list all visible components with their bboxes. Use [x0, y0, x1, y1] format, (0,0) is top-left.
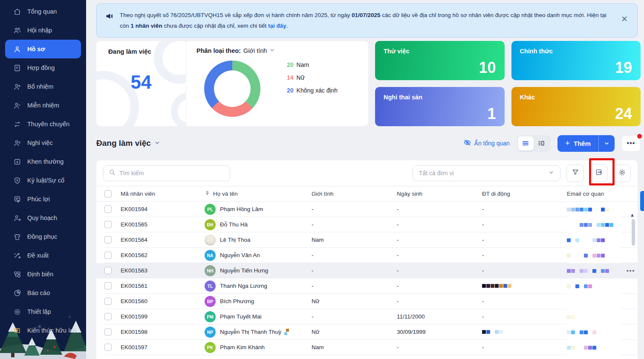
column-header-phone[interactable]: ĐT di động [482, 191, 567, 197]
table-row[interactable]: EK001594 PLPhạm Hồng Lâm - - - [96, 202, 638, 217]
row-actions[interactable] [621, 202, 638, 217]
add-button[interactable]: + Thêm [557, 135, 598, 152]
table-row[interactable]: EK001560 BPBích Phương Nữ - - [96, 294, 638, 309]
hide-overview-link[interactable]: Ẩn tổng quan [463, 139, 510, 148]
scroll-up-arrow[interactable]: ▲ [630, 212, 635, 217]
table-row[interactable]: EK001562 NANguyễn Văn An - - - [96, 248, 638, 263]
sidebar-item-bo-nhiem[interactable]: Bổ nhiệm [0, 77, 86, 96]
hide-overview-label: Ẩn tổng quan [474, 140, 510, 147]
table-row[interactable]: EK001597 PKPhạm Kim Khánh Nam - - [96, 340, 638, 355]
sidebar-item-phuc-loi[interactable]: Phúc lợi [0, 190, 86, 208]
add-dropdown-button[interactable] [598, 135, 615, 152]
employee-gender: - [312, 248, 397, 263]
table-header: Mã nhân viên Họ và tên Giới tính Ngày si… [96, 186, 638, 202]
employee-name[interactable]: PKPhạm Kim Khánh [205, 340, 312, 355]
row-checkbox[interactable] [104, 328, 112, 336]
table-row[interactable]: EK001599 PMPhạm Tuyết Mai - 11/11/2000 - [96, 309, 638, 324]
column-header-email[interactable]: Email cơ quan [567, 191, 621, 197]
sidebar-item-tong-quan[interactable]: Tổng quan [0, 2, 86, 21]
row-actions[interactable] [621, 232, 638, 248]
status-card[interactable]: Thử việc 10 [375, 41, 505, 80]
edge-panel-handle[interactable] [640, 191, 644, 211]
row-actions[interactable] [621, 278, 638, 294]
table-row[interactable]: EK001561 TLThanh Nga Lương - - [96, 278, 638, 294]
sidebar-item-thiet-lap[interactable]: Thiết lập [0, 302, 86, 321]
sidebar-item-hop-dong[interactable]: Hợp đồng [0, 58, 86, 77]
sidebar-item-ho-so[interactable]: Hồ sơ [5, 40, 81, 58]
unit-filter-select[interactable]: Tất cả đơn vị [413, 165, 560, 181]
row-checkbox[interactable] [104, 221, 112, 228]
board-view-button[interactable] [534, 136, 549, 151]
column-header-code[interactable]: Mã nhân viên [121, 191, 205, 197]
row-checkbox[interactable] [104, 236, 112, 243]
table-row[interactable]: EK001565 ĐHĐỗ Thu Hà - - - [96, 217, 638, 232]
table-row[interactable]: EK001598 NPNguyễn Thị Thanh Thuỳ Nữ 30/0… [96, 324, 638, 340]
sidebar-item-dong-phuc[interactable]: Đồng phục [0, 227, 86, 246]
classify-dropdown[interactable]: Phân loại theo: Giới tính [196, 47, 358, 54]
employee-name[interactable]: NPNguyễn Thị Thanh Thuỳ [205, 324, 312, 340]
sidebar-item-mien-nhiem[interactable]: Miễn nhiệm [0, 96, 86, 115]
row-actions[interactable] [621, 294, 638, 309]
employee-name[interactable]: NANguyễn Văn An [205, 248, 312, 263]
row-checkbox[interactable] [104, 282, 112, 290]
sidebar-item-quy-hoach[interactable]: Quy hoạch [0, 208, 86, 227]
sidebar-item-label: Bổ nhiệm [27, 83, 53, 90]
row-checkbox[interactable] [104, 344, 112, 351]
sidebar-item-kien-thuc[interactable]: Kiến thức hữu ích [0, 321, 86, 340]
employee-name[interactable]: PMPhạm Tuyết Mai [205, 309, 312, 324]
table-row[interactable]: EK001563 NHNguyễn Tiến Hưng - - - ••• [96, 263, 638, 278]
sidebar-item-nghi-viec[interactable]: Nghỉ việc [0, 133, 86, 152]
employee-name[interactable]: PLPhạm Hồng Lâm [205, 202, 312, 217]
employee-email [567, 309, 621, 324]
row-actions[interactable] [621, 248, 638, 263]
chevron-down-icon [269, 47, 275, 54]
filter-button[interactable] [566, 165, 584, 182]
row-actions[interactable] [621, 217, 638, 232]
row-checkbox[interactable] [104, 252, 112, 259]
table-scrollbar-thumb[interactable] [632, 219, 635, 246]
proposal-icon [13, 251, 21, 260]
search-input[interactable] [119, 170, 225, 177]
status-card[interactable]: Khác 24 [511, 87, 641, 126]
table-settings-button[interactable] [613, 165, 631, 182]
row-actions[interactable]: ••• [621, 263, 638, 278]
sidebar-item-thuyen-chuyen[interactable]: Thuyên chuyển [0, 115, 86, 133]
section-title-dropdown[interactable]: Đang làm việc [96, 139, 160, 148]
employee-name[interactable]: Lê Thị Thoa [205, 232, 312, 248]
employee-dob: - [397, 263, 482, 278]
select-all-checkbox[interactable] [104, 190, 112, 197]
avatar: NP [205, 327, 216, 338]
column-header-gender[interactable]: Giới tính [312, 191, 397, 197]
row-actions[interactable] [621, 324, 638, 340]
list-view-button[interactable] [518, 136, 534, 151]
employee-gender: Nữ [312, 324, 397, 340]
sidebar-item-dinh-bien[interactable]: Định biên [0, 265, 86, 284]
banner-detail-link[interactable]: tại đây [268, 23, 286, 29]
column-header-dob[interactable]: Ngày sinh [397, 191, 482, 197]
employee-name[interactable]: TLThanh Nga Lương [205, 278, 312, 294]
sidebar-item-khen-thuong[interactable]: Khen thưởng [0, 152, 86, 171]
table-row[interactable]: EK001564 Lê Thị Thoa Nam - - [96, 232, 638, 248]
row-checkbox[interactable] [104, 298, 112, 305]
column-header-name[interactable]: Họ và tên [205, 191, 312, 197]
row-checkbox[interactable] [104, 313, 112, 320]
employee-name[interactable]: BPBích Phương [205, 294, 312, 309]
employee-name[interactable]: NHNguyễn Tiến Hưng [205, 263, 312, 278]
export-button[interactable] [590, 165, 607, 182]
status-card[interactable]: Nghỉ thai sản 1 [375, 87, 505, 126]
more-actions-button[interactable]: ••• [621, 135, 641, 152]
row-actions[interactable] [621, 309, 638, 324]
status-card[interactable]: Chính thức 19 [511, 41, 641, 80]
row-checkbox[interactable] [104, 206, 112, 213]
sidebar-item-bao-cao[interactable]: Báo cáo [0, 284, 86, 302]
row-ellipsis-icon[interactable]: ••• [627, 267, 635, 274]
employee-name[interactable]: ĐHĐỗ Thu Hà [205, 217, 312, 232]
sidebar-item-ky-luat[interactable]: Kỷ luật/Sự cố [0, 171, 86, 190]
row-checkbox[interactable] [104, 267, 112, 274]
row-actions[interactable] [621, 340, 638, 355]
sidebar-item-de-xuat[interactable]: Đề xuất [0, 246, 86, 265]
classify-label: Phân loại theo: [196, 47, 241, 54]
close-icon[interactable]: ✕ [620, 15, 629, 23]
working-count-card: Đang làm việc 54 [96, 41, 186, 126]
sidebar-item-hoi-nhap[interactable]: Hội nhập [0, 21, 86, 40]
